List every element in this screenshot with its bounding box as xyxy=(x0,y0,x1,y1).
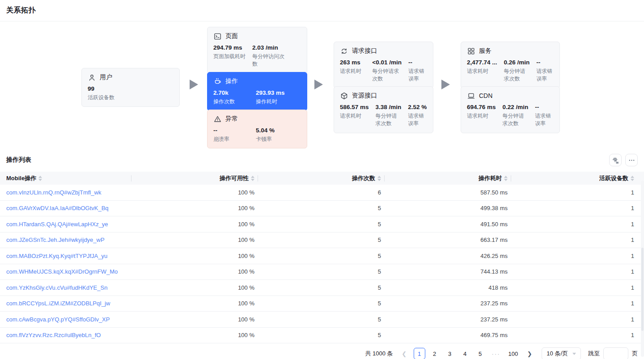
devices-cell: 1 xyxy=(511,189,638,196)
count-cell: 5 xyxy=(258,205,385,211)
devices-cell: 1 xyxy=(511,237,638,243)
table-row: com.WHMeUJCS.kqX.kqX#DrOgrnFW_Mo 100 % 5… xyxy=(0,264,644,280)
table-scrollbar[interactable] xyxy=(641,181,644,357)
page-unit-label: 页 xyxy=(632,350,638,358)
topology-card-user[interactable]: 用户 99 活跃设备数 xyxy=(81,68,180,107)
table-row: com.bRCCYpsL.iZM.iZM#ZODBLPqI_jw 100 % 5… xyxy=(0,296,644,312)
flow-arrow-icon xyxy=(190,80,198,89)
column-header-availability[interactable]: 操作可用性 xyxy=(131,172,258,185)
card-metric: 293.93 ms 操作耗时 xyxy=(256,89,285,106)
operation-link[interactable]: com.MABOzPzt.Kyq.Kyq#tTYPJfJA_yu xyxy=(6,253,107,259)
operation-link[interactable]: com.vInzULln.rnQ.rnQ#wZbjTmfl_wk xyxy=(6,189,101,196)
card-title: 操作 xyxy=(225,77,238,85)
sort-carets-icon[interactable] xyxy=(377,176,381,181)
duration-cell: 469.75 ms xyxy=(385,332,511,338)
topology-card-cdn[interactable]: CDN 694.76 ms 请求耗时 0.22 /min 每分钟请求次数 -- … xyxy=(461,86,560,133)
terminal-page-icon xyxy=(213,32,221,40)
count-cell: 5 xyxy=(258,300,385,307)
operation-link[interactable]: com.HTardanS.QAj.QAj#ewLapHXz_ye xyxy=(6,221,108,228)
page-header: 关系拓扑 xyxy=(0,0,644,21)
card-title: CDN xyxy=(479,92,492,99)
topology-card-action[interactable]: 操作 2.70k 操作次数 293.93 ms 操作耗时 xyxy=(207,72,307,111)
pagination-page-4[interactable]: 4 xyxy=(459,348,471,359)
chevron-right-icon[interactable]: ❯ xyxy=(524,348,535,359)
sort-carets-icon[interactable] xyxy=(631,176,634,181)
column-header-mobile-action[interactable]: Mobile操作 xyxy=(6,172,131,185)
card-metric: 5.04 % 卡顿率 xyxy=(256,127,275,143)
jump-page-input[interactable] xyxy=(603,347,628,359)
sort-carets-icon[interactable] xyxy=(504,176,508,181)
operation-link[interactable]: com.flVzYzvv.Rzc.Rzc#ulByebLn_fO xyxy=(6,332,101,338)
duration-cell: 418 ms xyxy=(385,284,511,291)
pagination-ellipsis[interactable]: ··· xyxy=(490,348,503,359)
availability-cell: 100 % xyxy=(131,268,258,275)
operation-link[interactable]: com.bRCCYpsL.iZM.iZM#ZODBLPqI_jw xyxy=(6,300,110,307)
card-metric: <0.01 /min 每分钟请求次数 xyxy=(372,59,402,83)
devices-cell: 1 xyxy=(511,205,638,211)
pagination-page-1[interactable]: 1 xyxy=(414,348,425,359)
swap-arrows-icon xyxy=(340,47,348,55)
devices-cell: 1 xyxy=(511,253,638,259)
devices-cell: 1 xyxy=(511,300,638,307)
topology-card-resource-api[interactable]: 资源接口 586.57 ms 请求耗时 3.38 /min 每分钟请求次数 2.… xyxy=(334,86,433,133)
card-metric: 3.38 /min 每分钟请求次数 xyxy=(376,104,402,128)
jump-to-label: 跳至 xyxy=(588,350,600,358)
operation-link[interactable]: com.YzKhsGly.cVu.cVu#fudHKdYE_Sn xyxy=(6,284,107,291)
page-size-select[interactable]: 10 条/页 xyxy=(542,347,581,359)
list-header: 操作列表 xyxy=(0,150,644,172)
pagination-page-5[interactable]: 5 xyxy=(475,348,486,359)
card-title: 用户 xyxy=(100,73,112,81)
column-header-devices[interactable]: 活跃设备数 xyxy=(511,172,638,185)
pagination: 共 1000 条 ❮ 12345···100 ❯ 10 条/页 跳至 页 xyxy=(0,343,644,359)
availability-cell: 100 % xyxy=(131,300,258,307)
availability-cell: 100 % xyxy=(131,332,258,338)
count-cell: 5 xyxy=(258,253,385,259)
warning-icon xyxy=(213,115,221,123)
duration-cell: 663.17 ms xyxy=(385,237,511,243)
devices-cell: 1 xyxy=(511,268,638,275)
pagination-page-2[interactable]: 2 xyxy=(429,348,441,359)
table-row: com.YzKhsGly.cVu.cVu#fudHKdYE_Sn 100 % 5… xyxy=(0,280,644,296)
availability-cell: 100 % xyxy=(131,205,258,211)
laptop-icon xyxy=(467,92,475,100)
card-metric: -- 请求错误率 xyxy=(535,104,554,128)
card-metric: 2.03 /min 每分钟访问次数 xyxy=(252,44,286,68)
column-header-duration[interactable]: 操作耗时 xyxy=(385,172,511,185)
card-metric: 2.52 % 请求错误率 xyxy=(408,104,427,128)
count-cell: 6 xyxy=(258,189,385,196)
operation-link[interactable]: com.cAwBcgva.pYQ.pYQ#SffoGDlv_XP xyxy=(6,316,110,323)
pagination-page-100[interactable]: 100 xyxy=(506,348,521,359)
operation-link[interactable]: com.JZeGSnTc.Jeh.Jeh#wkyijdye_wP xyxy=(6,237,105,243)
devices-cell: 1 xyxy=(511,284,638,291)
operation-link[interactable]: com.WHMeUJCS.kqX.kqX#DrOgrnFW_Mo xyxy=(6,268,118,275)
pagination-page-3[interactable]: 3 xyxy=(444,348,456,359)
duration-cell: 237.25 ms xyxy=(385,300,511,307)
devices-cell: 1 xyxy=(511,316,638,323)
card-metric: 263 ms 请求耗时 xyxy=(340,59,365,83)
chevron-left-icon[interactable]: ❮ xyxy=(398,348,410,359)
column-header-count[interactable]: 操作次数 xyxy=(258,172,385,185)
table-row: com.GAVrXwDV.IaA.IaA#DlbOGtvK_Bq 100 % 5… xyxy=(0,201,644,217)
topology-card-request-api[interactable]: 请求接口 263 ms 请求耗时 <0.01 /min 每分钟请求次数 -- 请… xyxy=(334,42,433,89)
topology-card-exception[interactable]: 异常 -- 崩溃率 5.04 % 卡顿率 xyxy=(207,110,307,148)
more-button[interactable] xyxy=(625,154,638,166)
table-row: com.JZeGSnTc.Jeh.Jeh#wkyijdye_wP 100 % 5… xyxy=(0,232,644,249)
sort-carets-icon[interactable] xyxy=(251,176,254,181)
page-title: 关系拓扑 xyxy=(6,6,36,15)
table-body: com.vInzULln.rnQ.rnQ#wZbjTmfl_wk 100 % 6… xyxy=(0,185,644,343)
settings-metrics-button[interactable] xyxy=(609,154,622,166)
availability-cell: 100 % xyxy=(131,221,258,228)
duration-cell: 499.38 ms xyxy=(385,205,511,211)
grid-apps-icon xyxy=(467,47,475,55)
sort-carets-icon[interactable] xyxy=(38,176,42,181)
topology-card-page[interactable]: 页面 294.79 ms 页面加载耗时 2.03 /min 每分钟访问次数 xyxy=(207,27,307,74)
pagination-total: 共 1000 条 xyxy=(365,350,393,358)
topology-card-service[interactable]: 服务 2,477.74 ... 请求耗时 0.26 /min 每分钟请求次数 -… xyxy=(461,42,560,89)
duration-cell: 491.50 ms xyxy=(385,221,511,228)
availability-cell: 100 % xyxy=(131,284,258,291)
card-metric: 294.79 ms 页面加载耗时 xyxy=(213,44,246,68)
availability-cell: 100 % xyxy=(131,316,258,323)
card-metric: 99 活跃设备数 xyxy=(88,85,114,101)
operation-link[interactable]: com.GAVrXwDV.IaA.IaA#DlbOGtvK_Bq xyxy=(6,205,109,211)
card-metric: -- 请求错误率 xyxy=(536,59,554,83)
